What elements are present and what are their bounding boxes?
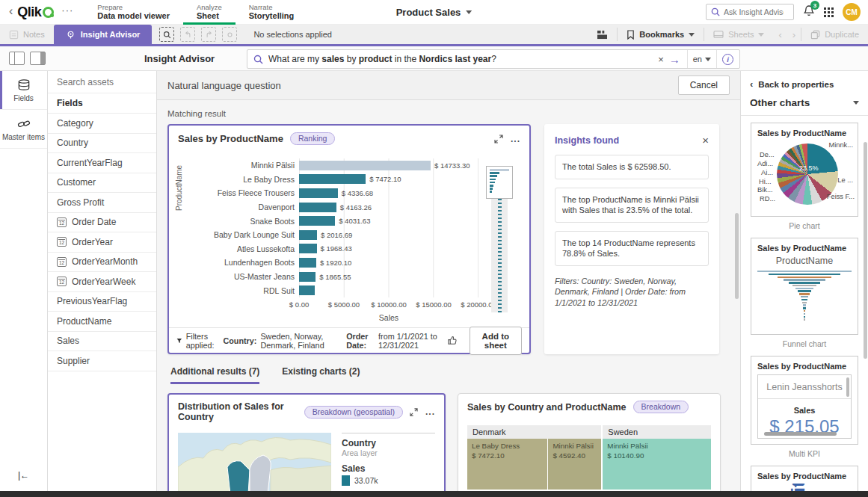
treemap-cell[interactable]: Le Baby Dress $ 7472.10 — [467, 439, 547, 490]
navigator-viewport[interactable] — [486, 166, 513, 199]
app-title-dropdown[interactable]: Product Sales — [396, 7, 473, 18]
asset-item-sales[interactable]: Sales — [48, 332, 156, 352]
back-to-properties-button[interactable]: ‹ Back to properties — [741, 71, 868, 94]
avatar[interactable]: CM — [843, 3, 861, 21]
collapse-panel-icon[interactable]: |← — [18, 470, 29, 481]
toggle-left-panel-icon[interactable] — [9, 52, 25, 65]
notes-button[interactable]: Notes — [0, 25, 54, 44]
bar-row: Feiss Fleece Trousers$ 4336.68 — [188, 186, 478, 200]
other-charts-header[interactable]: Other charts — [741, 94, 868, 116]
tab-additional-results[interactable]: Additional results (7) — [170, 366, 259, 384]
asset-item-order-date[interactable]: 12Order Date — [48, 213, 156, 233]
kpi-horizontal-scrollbar[interactable] — [764, 432, 837, 436]
wordcloud-suggestion-card[interactable]: Sales by ProductName otsSuitCaTu — [751, 466, 858, 491]
asset-item-orderyear[interactable]: 12OrderYear — [48, 232, 156, 253]
cancel-button[interactable]: Cancel — [678, 75, 730, 95]
close-icon[interactable]: × — [702, 134, 709, 146]
insight-item[interactable]: The total Sales is $ 62598.50. — [555, 155, 709, 179]
asset-item-customer[interactable]: Customer — [48, 173, 156, 194]
sales-by-productname-chart-card[interactable]: Sales by ProductName Ranking ... Product… — [167, 124, 531, 354]
kpi-vertical-scrollbar[interactable] — [846, 377, 849, 397]
navigator-track[interactable] — [491, 199, 508, 312]
add-to-sheet-button[interactable]: Add to sheet — [470, 327, 522, 355]
funnel-bar — [804, 310, 806, 312]
nav-narrate[interactable]: Narrate Storytelling — [236, 0, 308, 25]
assets-search[interactable] — [48, 71, 156, 93]
step-forward-icon[interactable] — [201, 27, 216, 42]
language-value: en — [693, 55, 702, 64]
rightbar-scrollbar[interactable] — [864, 142, 867, 359]
info-icon[interactable]: i — [722, 54, 733, 65]
sheets-button[interactable]: Sheets — [704, 25, 773, 44]
chart-menu-icon[interactable]: ... — [511, 134, 520, 144]
asset-item-supplier[interactable]: Supplier — [48, 351, 156, 371]
step-back-icon[interactable] — [180, 27, 195, 42]
nlq-search-box[interactable]: What are my sales by product in the Nord… — [247, 49, 740, 69]
next-sheet-icon[interactable]: › — [787, 29, 801, 40]
rail-item-master-items[interactable]: Master items — [0, 110, 47, 149]
bar[interactable] — [299, 258, 316, 268]
bar[interactable] — [299, 244, 317, 253]
toggle-right-panel-icon[interactable] — [30, 52, 46, 65]
duplicate-button[interactable]: Duplicate — [801, 25, 868, 44]
asset-item-gross-profit[interactable]: Gross Profit — [48, 193, 156, 213]
insight-advisor-tab[interactable]: Insight Advisor — [54, 25, 153, 44]
nordics-map[interactable] — [178, 433, 331, 491]
nav-analyze[interactable]: Analyze Sheet — [183, 0, 236, 25]
bookmarks-button[interactable]: Bookmarks — [618, 25, 704, 44]
asset-item-country[interactable]: Country — [48, 134, 156, 154]
treemap-cell[interactable]: Minnki Pälsii $ 10140.90 — [603, 439, 711, 490]
treemap-cell[interactable]: Minnki Pälsii $ 4592.40 — [548, 439, 601, 490]
bar[interactable] — [299, 272, 316, 282]
nlq-text[interactable]: What are my sales by product in the Nord… — [268, 54, 653, 64]
expand-icon[interactable] — [494, 135, 503, 143]
main-scrollbar[interactable] — [735, 213, 739, 299]
notifications-button[interactable]: 3 — [803, 4, 815, 19]
tab-existing-charts[interactable]: Existing charts (2) — [282, 366, 360, 384]
app-launcher-icon[interactable] — [824, 7, 834, 17]
submit-query-icon[interactable]: → — [669, 53, 680, 66]
nav-prepare[interactable]: Prepare Data model viewer — [84, 0, 183, 25]
insight-item[interactable]: The top ProductName is Minnki Pälsii wit… — [555, 188, 709, 223]
asset-item-category[interactable]: Category — [48, 114, 156, 134]
duplicate-icon — [810, 30, 820, 40]
bar[interactable] — [299, 203, 336, 212]
rail-item-fields[interactable]: Fields — [0, 71, 47, 110]
navigator-bar — [490, 188, 493, 190]
wordcloud-word[interactable]: Suit — [789, 484, 807, 491]
distribution-map-card[interactable]: Distribution of Sales for Country Breakd… — [167, 393, 446, 491]
ask-insight-advisor-search[interactable] — [706, 4, 794, 20]
bar[interactable] — [299, 230, 317, 240]
language-selector[interactable]: en — [693, 55, 711, 64]
chart-menu-icon[interactable]: ... — [425, 407, 435, 417]
chart-mini-navigator[interactable] — [486, 166, 513, 312]
expand-icon[interactable] — [410, 408, 418, 416]
pie-chart-suggestion-card[interactable]: Sales by ProductName 23.5% Minnk... De..… — [751, 123, 858, 217]
previous-sheet-icon[interactable]: ‹ — [773, 29, 787, 40]
clear-selections-icon[interactable] — [222, 27, 237, 42]
funnel-chart-suggestion-card[interactable]: Sales by ProductName ProductName — [751, 238, 858, 335]
treemap-card[interactable]: Sales by Country and ProductName Breakdo… — [458, 393, 721, 491]
bar[interactable] — [299, 174, 366, 184]
asset-item-previousyearflag[interactable]: PreviousYearFlag — [48, 292, 156, 312]
asset-item-orderyearweek[interactable]: 12OrderYearWeek — [48, 272, 156, 292]
assets-search-input[interactable] — [57, 77, 139, 87]
asset-item-orderyearmonth[interactable]: 12OrderYearMonth — [48, 253, 156, 273]
ask-insight-advisor-input[interactable] — [724, 7, 784, 16]
multi-kpi-suggestion-card[interactable]: Sales by ProductName Lenin Jeansshorts S… — [751, 356, 858, 445]
more-menu-icon[interactable]: ··· — [61, 4, 73, 16]
asset-label: OrderYearMonth — [72, 256, 138, 267]
clear-query-icon[interactable]: × — [658, 54, 664, 65]
insight-item[interactable]: The top 14 ProductName represents 78.8% … — [555, 231, 709, 266]
bar-value-label: $ 4163.26 — [340, 203, 372, 212]
asset-item-productname[interactable]: ProductName — [48, 312, 156, 332]
feedback-thumbs-up-button[interactable] — [447, 335, 458, 346]
bar[interactable] — [299, 216, 335, 226]
back-chevron-icon[interactable]: ‹ — [9, 4, 13, 18]
sheet-grid-button[interactable] — [588, 25, 617, 44]
smart-search-icon[interactable] — [159, 27, 174, 42]
asset-item-currentyearflag[interactable]: CurrentYearFlag — [48, 153, 156, 173]
bar[interactable] — [299, 161, 431, 170]
bar[interactable] — [299, 188, 338, 198]
bar[interactable] — [299, 285, 315, 295]
